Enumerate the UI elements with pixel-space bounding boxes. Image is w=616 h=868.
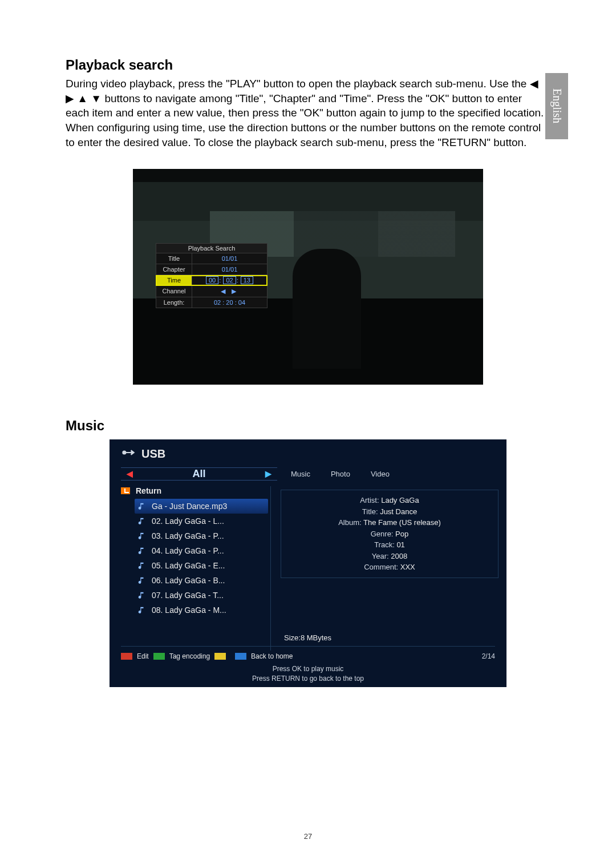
list-item[interactable]: 05. Lady GaGa - E...: [135, 558, 268, 573]
value: ◀ ▶: [192, 286, 267, 297]
playback-row-chapter[interactable]: Chapter 01/01: [156, 264, 268, 275]
track-label: 02. Lady GaGa - L...: [152, 516, 224, 526]
manual-page: English Playback search During video pla…: [0, 0, 616, 868]
item-counter: 2/14: [482, 652, 495, 660]
metadata-row: Title: Just Dance: [287, 506, 492, 518]
language-tab: English: [545, 73, 568, 139]
hint-line-1: Press OK to play music: [110, 664, 506, 674]
figure-playback-search: Playback Search Title 01/01 Chapter 01/0…: [66, 169, 550, 385]
track-label: 07. Lady GaGa - T...: [152, 591, 224, 600]
track-label: Ga - Just Dance.mp3: [152, 502, 227, 511]
label: Channel: [156, 286, 192, 297]
music-note-icon: [137, 591, 146, 600]
music-note-icon: [137, 502, 146, 511]
yellow-swatch: [214, 653, 226, 660]
playback-row-title[interactable]: Title 01/01: [156, 253, 268, 264]
music-note-icon: [137, 546, 146, 555]
metadata-row: Comment: XXX: [287, 562, 492, 573]
metadata-row: Year: 2008: [287, 551, 492, 562]
usb-label: USB: [141, 447, 165, 461]
time-hh[interactable]: 00: [206, 276, 218, 284]
page-number: 27: [0, 832, 616, 841]
hint-text: Press OK to play music Press RETURN to g…: [110, 664, 506, 684]
tab-all[interactable]: ◀ All ▶: [121, 467, 277, 481]
divider: [270, 486, 271, 651]
metadata-key: Track:: [374, 540, 395, 549]
legend-blue-label[interactable]: Back to home: [251, 652, 293, 660]
label: Time: [156, 275, 192, 285]
triangle-right-icon[interactable]: ▶: [265, 469, 271, 478]
list-item[interactable]: Ga - Just Dance.mp3: [135, 499, 268, 514]
metadata-key: Comment:: [364, 563, 398, 571]
metadata-value: 01: [396, 540, 404, 549]
label: Chapter: [156, 264, 192, 274]
track-label: 08. Lady GaGa - M...: [152, 605, 226, 615]
section-heading-playback-search: Playback search: [66, 57, 550, 73]
metadata-key: Artist:: [360, 496, 379, 504]
video-screenshot: Playback Search Title 01/01 Chapter 01/0…: [133, 169, 483, 385]
legend-red-label[interactable]: Edit: [137, 652, 149, 660]
return-item[interactable]: Return: [121, 486, 268, 495]
metadata-key: Year:: [372, 552, 389, 560]
metadata-row: Track: 01: [287, 539, 492, 551]
value: 02 : 20 : 04: [192, 297, 267, 308]
list-item[interactable]: 04. Lady GaGa - P...: [135, 543, 268, 558]
metadata-row: Genre: Pop: [287, 528, 492, 540]
track-label: 06. Lady GaGa - B...: [152, 576, 225, 585]
label: Length:: [156, 297, 192, 308]
metadata-row: Artist: Lady GaGa: [287, 495, 492, 506]
music-note-icon: [137, 516, 146, 526]
metadata-key: Genre:: [371, 530, 394, 538]
triangle-left-icon[interactable]: ◀: [127, 469, 133, 478]
metadata-value: Lady GaGa: [381, 496, 419, 504]
list-item[interactable]: 02. Lady GaGa - L...: [135, 514, 268, 528]
metadata-panel: Artist: Lady GaGaTitle: Just DanceAlbum:…: [281, 490, 499, 578]
color-legend: Edit Tag encoding Back to home 2/14: [121, 646, 495, 663]
tab-photo[interactable]: Photo: [331, 470, 350, 478]
tab-music[interactable]: Music: [291, 470, 310, 478]
tab-video[interactable]: Video: [371, 470, 390, 478]
metadata-value: 2008: [391, 552, 407, 560]
track-label: 05. Lady GaGa - E...: [152, 561, 225, 570]
playback-row-channel[interactable]: Channel ◀ ▶: [156, 286, 268, 297]
hint-line-2: Press RETURN to go back to the top: [110, 674, 506, 684]
metadata-value: Pop: [395, 530, 408, 538]
playback-search-title: Playback Search: [156, 243, 268, 253]
time-mm[interactable]: 02: [223, 276, 236, 284]
value: 01/01: [192, 253, 267, 264]
track-label: 04. Lady GaGa - P...: [152, 546, 224, 555]
list-item[interactable]: 03. Lady GaGa - P...: [135, 528, 268, 543]
green-swatch: [153, 653, 165, 660]
usb-header: USB: [122, 447, 165, 461]
list-item[interactable]: 06. Lady GaGa - B...: [135, 573, 268, 588]
section-body-playback-search: During video playback, press the "PLAY" …: [66, 76, 545, 150]
legend-green-label[interactable]: Tag encoding: [169, 652, 210, 660]
tab-all-label: All: [192, 468, 205, 480]
value: 01/01: [192, 264, 267, 274]
music-note-icon: [137, 531, 146, 540]
time-ss[interactable]: 13: [241, 276, 253, 284]
metadata-row: Album: The Fame (US release): [287, 517, 492, 528]
file-list: Return Ga - Just Dance.mp302. Lady GaGa …: [121, 486, 268, 617]
blue-swatch: [235, 653, 246, 660]
file-size: Size:8 MBytes: [284, 633, 331, 642]
playback-search-panel: Playback Search Title 01/01 Chapter 01/0…: [156, 243, 268, 308]
label: Title: [156, 253, 192, 264]
section-heading-music: Music: [66, 418, 550, 434]
return-label: Return: [136, 486, 161, 495]
playback-row-time[interactable]: Time 00: 02: 13: [156, 275, 268, 286]
track-label: 03. Lady GaGa - P...: [152, 531, 224, 540]
playback-row-length: Length: 02 : 20 : 04: [156, 297, 268, 308]
metadata-value: Just Dance: [380, 507, 417, 516]
music-note-icon: [137, 605, 146, 615]
background-figure: [293, 249, 361, 369]
filter-tabs: ◀ All ▶ Music Photo Video: [121, 466, 495, 482]
usb-browser-screenshot: USB ◀ All ▶ Music Photo Video Return: [110, 439, 506, 687]
list-item[interactable]: 08. Lady GaGa - M...: [135, 603, 268, 617]
usb-icon: [122, 447, 137, 461]
metadata-value: XXX: [400, 563, 415, 571]
metadata-key: Title:: [362, 507, 378, 516]
return-icon: [121, 487, 130, 494]
value: 00: 02: 13: [192, 275, 267, 285]
list-item[interactable]: 07. Lady GaGa - T...: [135, 588, 268, 603]
